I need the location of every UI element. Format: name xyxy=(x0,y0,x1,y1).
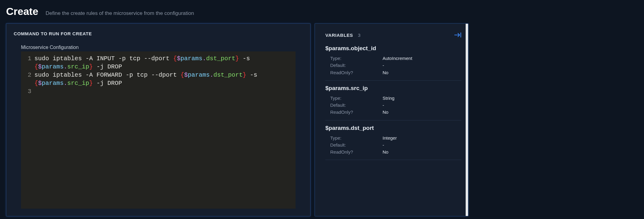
variable-row-default: Default:- xyxy=(325,141,461,148)
variable-row-default: Default:- xyxy=(325,102,461,109)
command-panel: COMMAND TO RUN FOR CREATE Microservice C… xyxy=(6,23,310,216)
variables-header: VARIABLES 3 xyxy=(325,32,461,38)
page-title: Create xyxy=(6,5,38,17)
variable-block: $params.src_ipType:StringDefault:-ReadOn… xyxy=(325,81,461,120)
variables-list: $params.object_idType:AutoIncrementDefau… xyxy=(325,45,461,160)
variable-row-readonly: ReadOnly?No xyxy=(325,109,461,116)
line-number: 1 xyxy=(24,54,31,63)
line-content: sudo iptables -A FORWARD -p tcp --dport … xyxy=(34,71,291,87)
line-content: sudo iptables -A INPUT -p tcp --dport {$… xyxy=(34,54,291,71)
variable-block: $params.object_idType:AutoIncrementDefau… xyxy=(325,45,461,81)
variable-row-default: Default:- xyxy=(325,62,461,69)
page-subtitle: Define the create rules of the microserv… xyxy=(46,10,194,16)
variable-row-type: Type:String xyxy=(325,95,461,102)
command-panel-title: COMMAND TO RUN FOR CREATE xyxy=(14,31,303,36)
code-line: 2sudo iptables -A FORWARD -p tcp --dport… xyxy=(24,71,291,87)
config-label: Microservice Configuration xyxy=(21,45,303,50)
variable-name: $params.dst_port xyxy=(325,125,461,131)
variables-panel: VARIABLES 3 $params.object_idType:AutoIn… xyxy=(315,23,468,216)
collapse-right-icon[interactable] xyxy=(454,32,461,38)
variable-row-type: Type:Integer xyxy=(325,134,461,141)
code-editor[interactable]: 1sudo iptables -A INPUT -p tcp --dport {… xyxy=(21,51,296,209)
variable-row-type: Type:AutoIncrement xyxy=(325,55,461,62)
variable-row-readonly: ReadOnly?No xyxy=(325,69,461,76)
variables-title: VARIABLES xyxy=(325,33,353,38)
variable-name: $params.object_id xyxy=(325,45,461,52)
variable-row-readonly: ReadOnly?No xyxy=(325,148,461,155)
content-row: COMMAND TO RUN FOR CREATE Microservice C… xyxy=(0,23,644,216)
code-line: 1sudo iptables -A INPUT -p tcp --dport {… xyxy=(24,54,291,71)
variable-block: $params.dst_portType:IntegerDefault:-Rea… xyxy=(325,120,461,160)
variable-name: $params.src_ip xyxy=(325,85,461,92)
variables-count: 3 xyxy=(358,33,360,38)
page-header: Create Define the create rules of the mi… xyxy=(0,0,644,23)
line-number: 2 xyxy=(24,71,31,79)
line-number: 3 xyxy=(24,87,31,96)
code-line: 3 xyxy=(24,87,291,96)
